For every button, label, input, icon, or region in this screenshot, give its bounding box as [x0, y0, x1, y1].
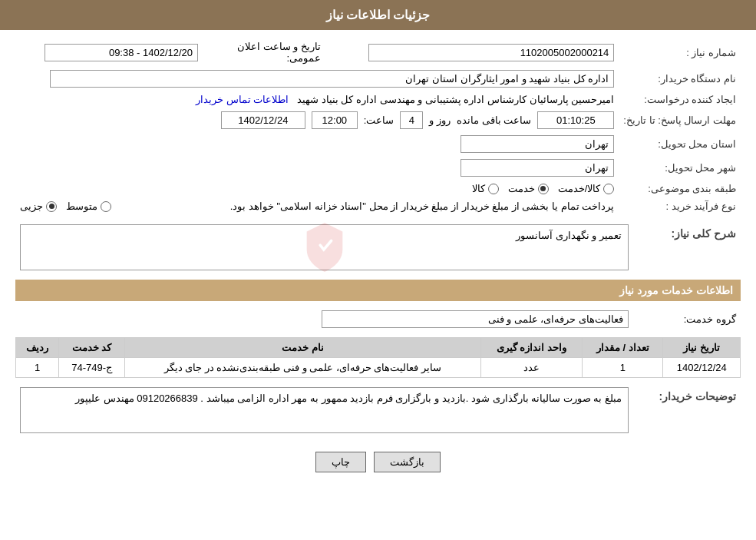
now-farayand-label: نوع فرآیند خرید :	[619, 197, 741, 215]
roz-box: 4	[400, 111, 423, 129]
motavasset-label: متوسط	[66, 200, 97, 212]
cell-code_khedmat: ج-749-74	[59, 358, 125, 378]
farayand-text: پرداخت تمام یا بخشی از مبلغ خریدار از مب…	[120, 200, 614, 212]
kala-khedmat-label: کالا/خدمت	[558, 183, 601, 194]
datetime-row: 01:10:25 ساعت باقی مانده روز و 4 ساعت: 1…	[20, 111, 614, 129]
mohlat-value: 01:10:25 ساعت باقی مانده روز و 4 ساعت: 1…	[15, 108, 619, 132]
sharh-row: شرح کلی نیاز: تعمیر و نگهداری آسانسور	[15, 221, 741, 273]
time-label: ساعت:	[364, 114, 395, 126]
col-code-khedmat: کد خدمت	[59, 338, 125, 358]
kala-label: کالا	[472, 183, 485, 194]
cell-vahed: عدد	[480, 358, 583, 378]
shahr-label: شهر محل تحویل:	[619, 156, 741, 180]
shield-watermark	[302, 220, 348, 274]
tosifat-section: توضیحات خریدار: مبلغ به صورت سالیانه بار…	[15, 384, 741, 436]
saat-mande-box: 01:10:25	[537, 111, 614, 129]
sharh-box: تعمیر و نگهداری آسانسور	[20, 224, 629, 270]
nam-dastgah-label: نام دستگاه خریدار:	[619, 67, 741, 91]
sharh-text: تعمیر و نگهداری آسانسور	[516, 230, 622, 241]
mohlat-label: مهلت ارسال پاسخ: تا تاریخ:	[619, 108, 741, 132]
tosifat-label: توضیحات خریدار:	[633, 384, 741, 436]
bazgasht-button[interactable]: بازگشت	[374, 452, 441, 472]
ijad-konanda-row: ایجاد کننده درخواست: امیرحسین پارسائیان …	[15, 91, 741, 108]
gorohe-box: فعالیت‌های حرفه‌ای، علمی و فنی	[322, 310, 629, 328]
khedmat-radio[interactable]: خدمت	[508, 183, 549, 194]
tabaghe-row: طبقه بندی موضوعی: کالا/خدمت خدمت	[15, 180, 741, 197]
shomara-niaz-box: 1102005002000214	[368, 44, 614, 61]
date-box: 1402/12/24	[221, 111, 305, 129]
sharh-label: شرح کلی نیاز:	[633, 221, 741, 273]
button-row: بازگشت چاپ	[15, 442, 741, 482]
table-header-row: تاریخ نیاز تعداد / مقدار واحد اندازه گیر…	[16, 338, 741, 358]
khadamat-section-header: اطلاعات خدمات مورد نیاز	[15, 280, 741, 301]
cell-radif: 1	[16, 358, 59, 378]
page-wrapper: جزئیات اطلاعات نیاز شماره نیاز : 1102005…	[0, 0, 756, 540]
ostan-row: استان محل تحویل: تهران	[15, 132, 741, 156]
farayand-radio-group: پرداخت تمام یا بخشی از مبلغ خریدار از مب…	[20, 200, 614, 212]
khedmat-circle	[538, 184, 549, 194]
mohlat-row: مهلت ارسال پاسخ: تا تاریخ: 01:10:25 ساعت…	[15, 108, 741, 132]
tosifat-text: مبلغ به صورت سالیانه بارگذاری شود .بازدی…	[75, 393, 622, 404]
col-vahed: واحد اندازه گیری	[480, 338, 583, 358]
cell-name_khedmat: سایر فعالیت‌های حرفه‌ای، علمی و فنی طبقه…	[124, 358, 480, 378]
khedmat-label: خدمت	[508, 183, 535, 194]
saat-mande-label: ساعت باقی مانده	[457, 114, 531, 126]
jozii-label: جزیی	[20, 200, 43, 212]
kala-radio[interactable]: کالا	[472, 183, 499, 194]
col-radif: ردیف	[16, 338, 59, 358]
chap-button[interactable]: چاپ	[315, 452, 366, 472]
motavasset-radio[interactable]: متوسط	[66, 200, 111, 212]
nam-dastgah-value: اداره کل بنیاد شهید و امور ایثارگران است…	[15, 67, 619, 91]
ijad-konanda-value: امیرحسین پارسائیان کارشناس اداره پشتیبان…	[15, 91, 619, 108]
tosifat-value-cell: مبلغ به صورت سالیانه بارگذاری شود .بازدی…	[15, 384, 633, 436]
tarikh-saet-value: 1402/12/20 - 09:38	[15, 38, 203, 67]
tosifat-box: مبلغ به صورت سالیانه بارگذاری شود .بازدی…	[20, 387, 629, 433]
kala-khedmat-radio[interactable]: کالا/خدمت	[558, 183, 615, 194]
jozii-radio[interactable]: جزیی	[20, 200, 57, 212]
sharh-container: تعمیر و نگهداری آسانسور	[20, 224, 629, 270]
ijad-konanda-label: ایجاد کننده درخواست:	[619, 91, 741, 108]
services-table: تاریخ نیاز تعداد / مقدار واحد اندازه گیر…	[15, 337, 741, 378]
gorohe-label: گروه خدمت:	[633, 307, 741, 331]
ostan-box: تهران	[461, 135, 614, 153]
shomara-niaz-row: شماره نیاز : 1102005002000214 تاریخ و سا…	[15, 38, 741, 67]
kala-circle	[488, 184, 499, 194]
table-row: 1402/12/241عددسایر فعالیت‌های حرفه‌ای، ع…	[16, 358, 741, 378]
tarikh-saet-label: تاریخ و ساعت اعلان عمومی:	[203, 38, 325, 67]
shahr-value: تهران	[15, 156, 619, 180]
ijad-konanda-text: امیرحسین پارسائیان کارشناس اداره پشتیبان…	[297, 94, 614, 105]
motavasset-circle	[101, 201, 111, 212]
info-table-top: شماره نیاز : 1102005002000214 تاریخ و سا…	[15, 38, 741, 215]
kala-khedmat-circle	[603, 184, 614, 194]
gorohe-row: گروه خدمت: فعالیت‌های حرفه‌ای، علمی و فن…	[15, 307, 741, 331]
time-box: 12:00	[312, 111, 358, 129]
sharh-value-cell: تعمیر و نگهداری آسانسور	[15, 221, 633, 273]
nam-dastgah-box: اداره کل بنیاد شهید و امور ایثارگران است…	[50, 70, 615, 88]
tabaghe-label: طبقه بندی موضوعی:	[619, 180, 741, 197]
page-header: جزئیات اطلاعات نیاز	[0, 0, 756, 30]
shomara-niaz-label: شماره نیاز :	[619, 38, 741, 67]
shomara-niaz-value: 1102005002000214	[325, 38, 619, 67]
gorohe-khedmat-table: گروه خدمت: فعالیت‌های حرفه‌ای، علمی و فن…	[15, 307, 741, 331]
jozii-circle	[46, 201, 57, 212]
services-table-head: تاریخ نیاز تعداد / مقدار واحد اندازه گیر…	[16, 338, 741, 358]
ostan-label: استان محل تحویل:	[619, 132, 741, 156]
now-farayand-value: پرداخت تمام یا بخشی از مبلغ خریدار از مب…	[15, 197, 619, 215]
page-title: جزئیات اطلاعات نیاز	[326, 8, 431, 22]
gorohe-value-cell: فعالیت‌های حرفه‌ای، علمی و فنی	[15, 307, 633, 331]
now-farayand-row: نوع فرآیند خرید : پرداخت تمام یا بخشی از…	[15, 197, 741, 215]
ostan-value: تهران	[15, 132, 619, 156]
roz-label: روز و	[429, 114, 451, 126]
cell-tarikh: 1402/12/24	[663, 358, 741, 378]
tabaghe-radio-group: کالا/خدمت خدمت کالا	[20, 183, 614, 194]
nam-dastgah-row: نام دستگاه خریدار: اداره کل بنیاد شهید و…	[15, 67, 741, 91]
tarikh-saet-box: 1402/12/20 - 09:38	[45, 44, 198, 61]
main-content: شماره نیاز : 1102005002000214 تاریخ و سا…	[0, 30, 756, 489]
sharh-section: شرح کلی نیاز: تعمیر و نگهداری آسانسور	[15, 221, 741, 273]
ittelaat-tamas-link[interactable]: اطلاعات تماس خریدار	[196, 94, 289, 105]
services-table-body: 1402/12/241عددسایر فعالیت‌های حرفه‌ای، ع…	[16, 358, 741, 378]
tabaghe-value: کالا/خدمت خدمت کالا	[15, 180, 619, 197]
cell-tedad: 1	[583, 358, 663, 378]
tosifat-row: توضیحات خریدار: مبلغ به صورت سالیانه بار…	[15, 384, 741, 436]
col-tarikh: تاریخ نیاز	[663, 338, 741, 358]
